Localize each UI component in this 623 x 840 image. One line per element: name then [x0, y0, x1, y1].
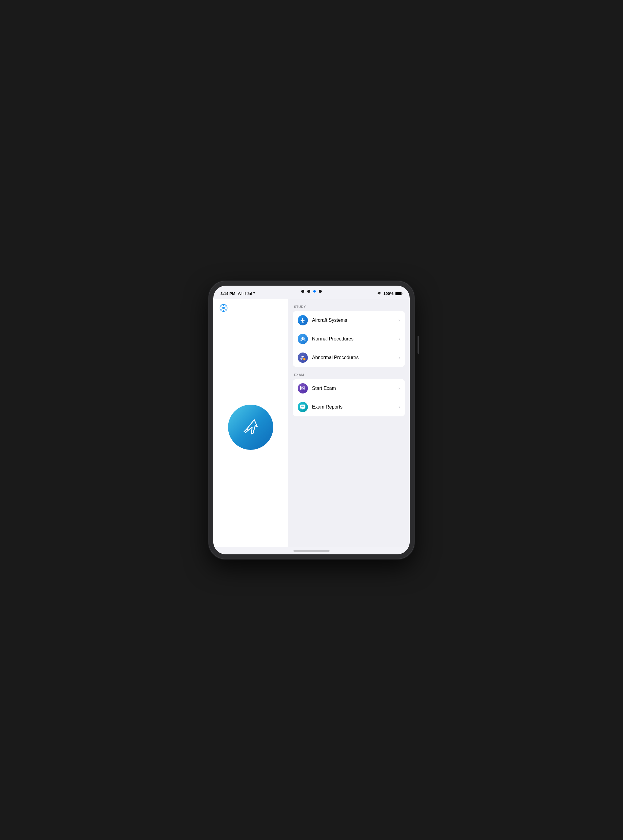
svg-point-17: [301, 356, 302, 357]
start-exam-item[interactable]: Start Exam ›: [293, 379, 405, 398]
battery-icon: [395, 292, 402, 295]
normal-procedures-label: Normal Procedures: [312, 336, 399, 342]
svg-point-14: [301, 338, 302, 339]
exam-reports-item[interactable]: Exam Reports ›: [293, 398, 405, 416]
svg-rect-2: [396, 292, 401, 295]
sensor-bar: [301, 290, 322, 293]
app-logo: [228, 405, 273, 450]
left-panel: [213, 299, 288, 547]
sensor-dot-left: [301, 290, 304, 293]
main-content: STUDY Aircraft Systems ›: [213, 299, 410, 547]
study-section-label: STUDY: [293, 305, 405, 309]
exam-reports-chevron: ›: [399, 404, 400, 410]
status-date: Wed Jul 7: [238, 291, 255, 296]
svg-point-15: [304, 338, 305, 339]
normal-procedures-chevron: ›: [399, 336, 400, 342]
sensor-dot-blue: [313, 290, 316, 293]
svg-line-10: [225, 309, 226, 311]
wifi-icon: [377, 292, 382, 295]
abnormal-procedures-chevron: ›: [399, 355, 400, 360]
right-panel: STUDY Aircraft Systems ›: [288, 299, 410, 547]
abnormal-procedures-label: Abnormal Procedures: [312, 355, 399, 360]
status-right: 100%: [377, 291, 402, 296]
exam-reports-label: Exam Reports: [312, 404, 399, 410]
battery-percent: 100%: [384, 291, 393, 296]
logo-container: [219, 312, 282, 542]
svg-point-16: [302, 356, 304, 358]
normal-procedures-item[interactable]: Normal Procedures ›: [293, 330, 405, 348]
normal-procedures-icon: [298, 334, 308, 344]
svg-rect-1: [402, 293, 402, 294]
settings-button[interactable]: [219, 304, 228, 312]
pencil-square-icon: [298, 383, 308, 393]
svg-line-11: [225, 306, 226, 307]
sensor-dot-right: [319, 290, 322, 293]
device-screen: 3:14 PM Wed Jul 7 100%: [213, 286, 410, 554]
exam-menu-group: Start Exam › Exam Reports ›: [293, 379, 405, 416]
status-time: 3:14 PM: [221, 291, 235, 296]
svg-line-12: [221, 309, 222, 311]
svg-rect-20: [300, 386, 304, 390]
svg-point-4: [222, 307, 225, 309]
abnormal-procedures-item[interactable]: ! Abnormal Procedures ›: [293, 348, 405, 367]
aircraft-systems-label: Aircraft Systems: [312, 318, 399, 323]
study-menu-group: Aircraft Systems ›: [293, 311, 405, 367]
chat-bubble-icon: [298, 402, 308, 412]
side-button[interactable]: [417, 336, 419, 354]
abnormal-procedures-icon: !: [298, 353, 308, 363]
start-exam-chevron: ›: [399, 385, 400, 391]
sensor-dot-center: [307, 290, 310, 293]
svg-point-13: [302, 337, 304, 339]
aircraft-systems-item[interactable]: Aircraft Systems ›: [293, 311, 405, 330]
home-bar: [293, 550, 330, 552]
svg-text:!: !: [304, 358, 305, 360]
exam-section-label: EXAM: [293, 373, 405, 376]
svg-line-9: [221, 306, 222, 307]
device-frame: 3:14 PM Wed Jul 7 100%: [209, 281, 414, 559]
start-exam-label: Start Exam: [312, 385, 399, 391]
airplane-icon: [298, 315, 308, 326]
aircraft-systems-chevron: ›: [399, 318, 400, 323]
home-indicator: [213, 547, 410, 554]
